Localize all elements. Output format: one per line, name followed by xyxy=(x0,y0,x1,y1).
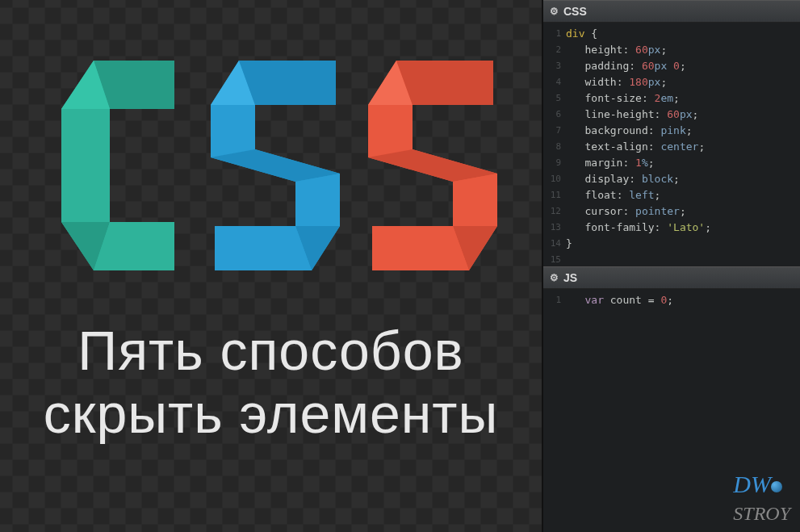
watermark: DW STROY xyxy=(733,471,790,526)
code-line[interactable]: 8 text-align: center; xyxy=(543,139,800,155)
line-number: 9 xyxy=(548,155,566,171)
code-line[interactable]: 11 float: left; xyxy=(543,187,800,203)
line-number: 4 xyxy=(548,74,566,90)
watermark-d: D xyxy=(733,471,751,497)
logo-letter-s-orange xyxy=(364,52,509,279)
gear-icon[interactable]: ⚙ xyxy=(550,272,559,283)
line-number: 10 xyxy=(548,171,566,187)
js-panel-header[interactable]: ⚙ JS xyxy=(543,266,800,289)
title-line-2: скрыть элементы xyxy=(44,382,499,445)
line-number: 11 xyxy=(548,187,566,203)
gear-icon[interactable]: ⚙ xyxy=(550,6,559,17)
globe-icon xyxy=(771,481,782,492)
line-number: 14 xyxy=(548,236,566,252)
hero-panel: Пять способов скрыть элементы xyxy=(0,0,542,532)
code-line[interactable]: 5 font-size: 2em; xyxy=(543,90,800,107)
code-line[interactable]: 7 background: pink; xyxy=(543,123,800,139)
logo-letter-s-blue xyxy=(207,52,352,279)
line-number: 13 xyxy=(548,220,566,236)
line-number: 5 xyxy=(548,90,566,107)
line-number: 15 xyxy=(548,252,566,266)
line-number: 7 xyxy=(548,123,566,139)
js-panel-label: JS xyxy=(563,271,577,284)
code-line[interactable]: 13 font-family: 'Lato'; xyxy=(543,220,800,236)
css-panel-header[interactable]: ⚙ CSS xyxy=(543,0,800,23)
line-number: 1 xyxy=(548,292,566,308)
code-line[interactable]: 12 cursor: pointer; xyxy=(543,203,800,220)
code-line[interactable]: 1 var count = 0; xyxy=(543,292,800,308)
css-logo xyxy=(45,28,497,303)
line-number: 6 xyxy=(548,107,566,123)
css-panel-label: CSS xyxy=(563,5,587,18)
line-number: 8 xyxy=(548,139,566,155)
line-number: 3 xyxy=(548,58,566,74)
title-line-1: Пять способов xyxy=(44,319,499,382)
code-panel: ⚙ CSS 1div {2 height: 60px;3 padding: 60… xyxy=(542,0,800,532)
line-number: 12 xyxy=(548,203,566,220)
code-line[interactable]: 15 xyxy=(543,252,800,266)
code-line[interactable]: 10 display: block; xyxy=(543,171,800,187)
code-line[interactable]: 4 width: 180px; xyxy=(543,74,800,90)
hero-title: Пять способов скрыть элементы xyxy=(44,319,499,445)
css-code-editor[interactable]: 1div {2 height: 60px;3 padding: 60px 0;4… xyxy=(543,23,800,266)
code-line[interactable]: 3 padding: 60px 0; xyxy=(543,58,800,74)
watermark-stroy: STROY xyxy=(733,503,790,524)
watermark-w: W xyxy=(751,471,771,497)
line-number: 1 xyxy=(548,26,566,42)
logo-letter-c xyxy=(53,52,199,279)
code-line[interactable]: 14} xyxy=(543,236,800,252)
line-number: 2 xyxy=(548,42,566,58)
code-line[interactable]: 1div { xyxy=(543,26,800,42)
code-line[interactable]: 9 margin: 1%; xyxy=(543,155,800,171)
code-line[interactable]: 6 line-height: 60px; xyxy=(543,107,800,123)
code-line[interactable]: 2 height: 60px; xyxy=(543,42,800,58)
